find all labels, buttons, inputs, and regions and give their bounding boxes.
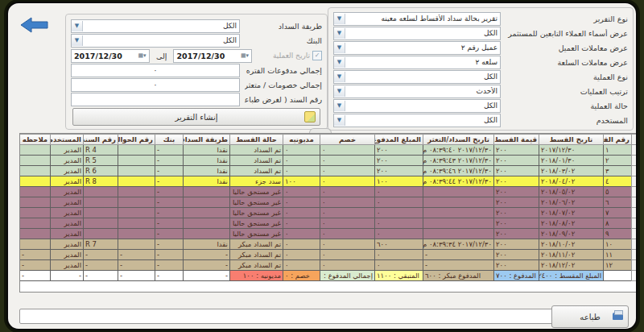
grid-cell-transfer-no[interactable] [118,145,155,156]
grid-cell-installment-date[interactable]: ٢٠١٨/١٠/٠٢ [539,239,604,250]
chevron-down-icon[interactable]: ▼ [334,115,345,126]
grid-cell-bond-no[interactable]: R 8 [84,176,118,187]
grid-header-bank[interactable]: بنك [155,135,184,145]
filter-select[interactable]: الكل▼ [333,99,501,113]
filter-select[interactable]: عميل رقم ٢▼ [333,41,501,55]
grid-cell-user[interactable]: المدير [51,229,84,239]
grid-header-paid-amount[interactable]: المبلغ المدفوع [375,135,423,145]
grid-cell-user[interactable]: المدير [51,197,84,208]
chevron-down-icon[interactable]: ▼ [334,43,345,53]
grid-cell-paid-amount[interactable]: ٠ [375,197,423,208]
grid-cell-debt[interactable]: ٠ [283,239,320,250]
grid-cell-bond-no[interactable]: R 5 [84,156,118,166]
grid-cell-installment-status[interactable]: غير مستحق حاليا [230,197,283,208]
grid-cell-installment-no[interactable]: ٢ [604,156,632,166]
grid-cell-paid-amount[interactable]: ٢٠٠ [375,156,423,166]
grid-cell-bond-no[interactable] [84,208,118,218]
grid-cell-bank[interactable]: - [155,145,184,156]
grid-cell-installment-value[interactable]: المدفوع : ٧٠٠ [494,271,539,281]
grid-cell-bank[interactable]: - [155,208,184,218]
grid-cell-user[interactable]: المدير [51,239,84,250]
grid-cell-pay-date[interactable]: ٢٠١٧/١٢/٣٠ ٠٨:٣٩:٤٠ م [423,145,494,156]
bank-select[interactable]: الكل ▼ [71,34,240,48]
period-discounts-field[interactable]: ٠ [71,78,240,92]
grid-header-pay-date[interactable]: تاريخ السداد/التعثر [423,135,494,145]
grid-cell-installment-date[interactable]: ٢٠١٨/١١/٠٢ [539,250,604,260]
grid-cell-bank[interactable]: - [155,229,184,239]
grid-cell-installment-no[interactable]: ١ [604,145,632,156]
grid-cell-user[interactable]: المدير [51,260,84,271]
grid-cell-installment-value[interactable]: ٢٠٠ [494,218,539,229]
grid-cell-bond-no[interactable]: - [84,271,118,281]
grid-cell-pay-date[interactable]: ٢٠١٧/١٢/٣٠ ٠٨:٣٩:٤٣ م [423,156,494,166]
grid-cell-debt[interactable]: خصم : ٠ [283,271,320,281]
grid-cell-bank[interactable]: - [155,271,184,281]
grid-cell-debt[interactable]: ٠ [283,229,320,239]
payment-method-select[interactable]: الكل ▼ [71,19,240,33]
grid-cell-installment-date[interactable]: ٢٠١٧/١٢/٣٠ [539,145,604,156]
grid-cell-paid-amount[interactable]: ٠ [375,187,423,197]
grid-cell-installment-status[interactable]: غير مستحق حاليا [230,187,283,197]
grid-cell-pay-date[interactable] [423,229,494,239]
grid-header-discount[interactable]: خصم [320,135,375,145]
grid-cell-installment-no[interactable]: ٩ [604,229,632,239]
grid-cell-debt[interactable]: ٠ [283,187,320,197]
grid-cell-rowheader[interactable] [632,156,638,166]
grid-cell-installment-no[interactable]: ٣ [604,166,632,176]
grid-cell-payment-method[interactable] [184,208,230,218]
grid-cell-installment-status[interactable]: غير مستحق حاليا [230,229,283,239]
grid-cell-pay-date[interactable]: - [423,250,494,260]
grid-header-note[interactable]: ملاحظه [20,135,51,145]
grid-cell-installment-no[interactable]: ١٠ [604,239,632,250]
grid-cell-installment-no[interactable]: ٥ [604,187,632,197]
grid-cell-installment-value[interactable]: ٢٠٠ [494,176,539,187]
filter-select[interactable]: الأحدث▼ [333,85,501,98]
grid-cell-payment-method[interactable] [184,187,230,197]
grid-cell-paid-amount[interactable]: ١٠٠ [375,176,423,187]
chevron-down-icon[interactable]: ▼ [334,57,345,68]
grid-header-debt[interactable]: مديونيه [283,135,320,145]
grid-cell-bond-no[interactable] [84,187,118,197]
grid-cell-debt[interactable]: ٠ [283,166,320,176]
chevron-down-icon[interactable]: ▼ [334,101,345,111]
grid-cell-payment-method[interactable]: - [184,260,230,271]
grid-cell-rowheader[interactable] [632,176,638,187]
chevron-down-icon[interactable]: ▼ [334,72,345,82]
grid-cell-installment-status[interactable]: تم السداد [230,156,283,166]
grid-cell-rowheader[interactable] [632,145,638,156]
grid-cell-discount[interactable]: ٠ [320,260,375,271]
grid-cell-installment-no[interactable]: ٦ [604,197,632,208]
grid-cell-bond-no[interactable]: - [84,260,118,271]
grid-cell-bond-no[interactable]: - [84,250,118,260]
grid-cell-payment-method[interactable]: - [184,271,230,281]
grid-cell-user[interactable]: المدير [51,176,84,187]
grid-cell-pay-date[interactable]: - [423,260,494,271]
grid-header-rowheader[interactable] [632,135,638,145]
grid-cell-note[interactable]: - [20,271,51,281]
grid-cell-user[interactable]: المدير [51,145,84,156]
grid-cell-installment-status[interactable]: تم السداد مبكر [230,239,283,250]
grid-cell-bank[interactable]: - [155,250,184,260]
chevron-down-icon[interactable]: ▼ [334,86,345,97]
chevron-down-icon[interactable]: ▼ [334,28,345,39]
grid-cell-transfer-no[interactable] [118,176,155,187]
date-from-picker[interactable]: 2017/12/30 ▦▾ [173,49,252,63]
grid-cell-bank[interactable]: - [155,260,184,271]
grid-cell-debt[interactable]: ٠ [283,250,320,260]
grid-cell-pay-date[interactable] [423,197,494,208]
grid-cell-installment-date[interactable]: ٢٠١٨/١٢/٠٢ [539,260,604,271]
grid-cell-note[interactable] [20,197,51,208]
grid-cell-paid-amount[interactable]: ٠ [375,229,423,239]
filter-select[interactable]: الكل▼ [333,70,501,84]
grid-cell-installment-no[interactable]: ١١ [604,250,632,260]
grid-cell-rowheader[interactable] [632,250,638,260]
grid-cell-note[interactable] [20,229,51,239]
grid-cell-discount[interactable]: إجمالي المدفوع : ١٣٠٠ [320,271,375,281]
grid-cell-installment-status[interactable]: تم السداد [230,166,283,176]
grid-cell-pay-date[interactable] [423,187,494,197]
calendar-icon[interactable]: ▦▾ [237,52,251,59]
chevron-down-icon[interactable]: ▼ [72,21,83,31]
grid-cell-transfer-no[interactable]: - [118,260,155,271]
grid-cell-payment-method[interactable]: نقدا [184,176,230,187]
grid-cell-rowheader[interactable] [632,229,638,239]
